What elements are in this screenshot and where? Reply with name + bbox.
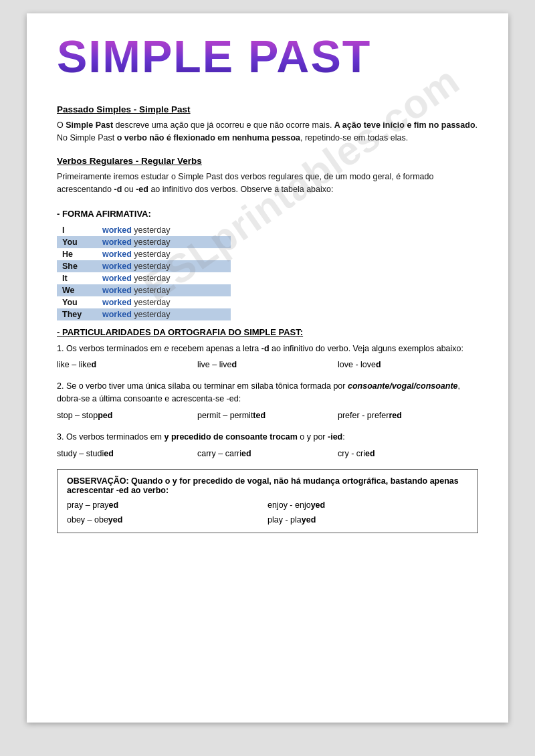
- rule3-examples: study – studied carry – carried cry - cr…: [57, 449, 478, 458]
- rule3-ex2: carry – carried: [197, 449, 338, 458]
- verb-cell: worked yesterday: [97, 248, 231, 260]
- table-row: Heworked yesterday: [57, 248, 231, 260]
- pronoun-cell: It: [57, 272, 97, 284]
- rule2-examples: stop – stopped permit – permitted prefer…: [57, 411, 478, 420]
- particularidades-title: - PARTICULARIDADES DA ORTOGRAFIA DO SIMP…: [57, 327, 478, 337]
- verb-cell: worked yesterday: [97, 296, 231, 308]
- verb-cell: worked yesterday: [97, 272, 231, 284]
- rule1-ex1: like – liked: [57, 360, 197, 369]
- afirmativa-label: - FORMA AFIRMATIVA:: [57, 209, 478, 219]
- observacao-box: OBSERVAÇÃO: Quando o y for precedido de …: [57, 469, 478, 533]
- table-row: Itworked yesterday: [57, 272, 231, 284]
- pronoun-cell: I: [57, 224, 97, 236]
- table-row: Youworked yesterday: [57, 296, 231, 308]
- rule2-ex3: prefer - preferred: [338, 411, 478, 420]
- verb-cell: worked yesterday: [97, 236, 231, 248]
- section1-body: O Simple Past descreve uma ação que já o…: [57, 119, 478, 145]
- verb-cell: worked yesterday: [97, 224, 231, 236]
- pronoun-cell: You: [57, 236, 97, 248]
- rule3-ex1: study – studied: [57, 449, 197, 458]
- conjugation-table: Iworked yesterdayYouworked yesterdayHewo…: [57, 224, 231, 320]
- verb-cell: worked yesterday: [97, 284, 231, 296]
- obs-ex1: pray – prayed: [67, 500, 268, 510]
- obs-row2: obey – obeyed play - played: [67, 515, 468, 525]
- section2-title: Verbos Regulares - Regular Verbs: [57, 156, 478, 166]
- obs-ex4: play - played: [268, 515, 468, 525]
- verb-cell: worked yesterday: [97, 308, 231, 320]
- page-title: SIMPLE PAST: [57, 33, 371, 79]
- rule1-text: 1. Os verbos terminados em e recebem ape…: [57, 343, 478, 355]
- pronoun-cell: You: [57, 296, 97, 308]
- obs-ex2: enjoy - enjoyed: [268, 500, 468, 510]
- table-row: Weworked yesterday: [57, 284, 231, 296]
- rule2-ex1: stop – stopped: [57, 411, 197, 420]
- table-row: Theyworked yesterday: [57, 308, 231, 320]
- page: ESLprintables.com SIMPLE PAST Passado Si…: [27, 13, 508, 723]
- table-row: Sheworked yesterday: [57, 260, 231, 272]
- rule1-ex3: love - loved: [338, 360, 478, 369]
- obs-ex3: obey – obeyed: [67, 515, 268, 525]
- pronoun-cell: She: [57, 260, 97, 272]
- table-row: Iworked yesterday: [57, 224, 231, 236]
- rule2-text: 2. Se o verbo tiver uma única sílaba ou …: [57, 380, 478, 405]
- obs-row1: pray – prayed enjoy - enjoyed: [67, 500, 468, 510]
- section2-body: Primeiramente iremos estudar o Simple Pa…: [57, 171, 478, 197]
- rule2-ex2: permit – permitted: [197, 411, 338, 420]
- table-row: Youworked yesterday: [57, 236, 231, 248]
- obs-title: OBSERVAÇÃO: Quando o y for precedido de …: [67, 476, 468, 495]
- rule1-examples: like – liked live – lived love - loved: [57, 360, 478, 369]
- rule1-ex2: live – lived: [197, 360, 338, 369]
- pronoun-cell: We: [57, 284, 97, 296]
- pronoun-cell: They: [57, 308, 97, 320]
- section1-title: Passado Simples - Simple Past: [57, 104, 478, 114]
- pronoun-cell: He: [57, 248, 97, 260]
- verb-cell: worked yesterday: [97, 260, 231, 272]
- rule3-text: 3. Os verbos terminados em y precedido d…: [57, 431, 478, 444]
- rule3-ex3: cry - cried: [338, 449, 478, 458]
